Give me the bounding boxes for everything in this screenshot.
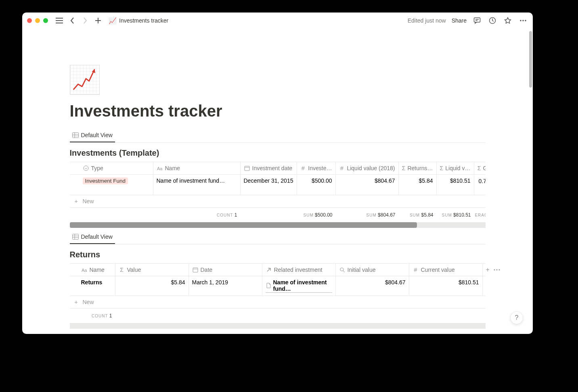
close-window-button[interactable] [27,18,32,23]
formula-icon: Σ [119,267,125,273]
db1-row[interactable]: Investment Fund Name of investment fund…… [70,175,486,195]
svg-point-3 [522,20,524,21]
db2-cell-related[interactable]: Name of investment fund… [262,276,336,296]
topbar: 📈 Investments tracker Edited just now Sh… [22,13,533,29]
db1-new-row[interactable]: + New [70,195,486,208]
maximize-window-button[interactable] [43,18,48,23]
type-tag: Investment Fund [83,177,128,184]
db2-table: Aa Name Σ Value Date Related investment [70,263,486,329]
svg-point-7 [84,166,88,171]
db2-cell-date[interactable]: March 1, 2019 [189,276,262,296]
db2-row[interactable]: Returns $5.84 March 1, 2019 Name of inve… [70,276,486,296]
db1-cell-growth[interactable]: 0.72576335 64% [474,175,486,195]
db1-cell-invested[interactable]: $500.00 [297,175,336,195]
db2-cell-initial[interactable]: $804.67 [336,276,409,296]
breadcrumb-title: Investments tracker [119,17,168,24]
column-more-button[interactable] [494,269,500,271]
db1-cell-liquidv[interactable]: $810.51 [437,175,474,195]
db1-cell-name[interactable]: Name of investment fund… [153,175,241,195]
db2-col-value[interactable]: Σ Value [115,264,189,276]
db1-col-type[interactable]: Type [70,162,153,174]
db1-col-date[interactable]: Investment date [241,162,297,174]
svg-point-16 [498,269,500,271]
select-icon [83,165,89,171]
db2-summary-row: COUNT 1 [70,309,486,323]
svg-text:Aa: Aa [82,268,87,273]
db1-view-tab-default[interactable]: Default View [70,129,115,142]
db1-header-row: Type Aa Name Investment date # Investe… [70,162,486,175]
vertical-scrollbar[interactable] [529,31,532,88]
db1-cell-date[interactable]: December 31, 2015 [241,175,297,195]
db1-summary-liquid[interactable]: SUM $804.67 [336,212,399,218]
db2-col-current[interactable]: # Current value [409,264,483,276]
db1-horizontal-scrollbar[interactable] [70,222,417,228]
db2-col-related[interactable]: Related investment [262,264,336,276]
db2-summary-count[interactable]: COUNT 1 [70,313,115,319]
db1-view-label: Default View [81,132,113,138]
page: Investments tracker Default View Investm… [70,29,486,329]
menu-icon[interactable] [54,16,64,25]
db2-col-date[interactable]: Date [189,264,262,276]
db1-cell-liquid2018[interactable]: $804.67 [336,175,399,195]
db2-col-actions: + [483,264,503,276]
db2-header-row: Aa Name Σ Value Date Related investment [70,263,486,276]
breadcrumb[interactable]: 📈 Investments tracker [109,17,168,25]
window-controls [27,18,48,23]
svg-rect-9 [245,166,249,171]
db2-new-row[interactable]: + New [70,296,486,309]
page-title[interactable]: Investments tracker [70,102,486,120]
help-button[interactable]: ? [510,311,523,324]
db1-summary-liquidv[interactable]: SUM $810.51 [437,212,474,218]
forward-button[interactable] [80,16,90,25]
db2-title[interactable]: Returns [70,250,486,259]
text-icon: Aa [157,165,163,171]
favorite-icon[interactable] [503,16,513,25]
db2-cell-value[interactable]: $5.84 [115,276,189,296]
plus-icon: + [73,299,80,305]
new-page-button[interactable] [93,16,103,25]
updates-icon[interactable] [488,16,497,25]
db1-col-invested[interactable]: # Investe… [297,162,336,174]
chart-emoji-icon: 📈 [109,17,117,25]
back-button[interactable] [67,16,77,25]
db2-col-initial[interactable]: Initial value [336,264,409,276]
svg-rect-6 [72,133,78,138]
share-button[interactable]: Share [452,17,467,24]
db1-summary-count[interactable]: COUNT 1 [70,212,241,218]
page-icon [266,282,271,289]
edited-status: Edited just now [408,17,446,24]
db2-cell-current[interactable]: $810.51 [409,276,483,296]
db2-view-tab-default[interactable]: Default View [70,231,115,244]
db2-col-name[interactable]: Aa Name [70,264,115,276]
db1-summary-returns[interactable]: SUM $5.84 [399,212,437,218]
db2-view-tabs: Default View [70,231,486,244]
page-icon[interactable] [70,65,100,95]
formula-icon: Σ [477,165,481,171]
minimize-window-button[interactable] [35,18,40,23]
svg-rect-12 [193,268,198,272]
db1-col-returns[interactable]: Σ Returns… [399,162,437,174]
db1-col-liquid2018[interactable]: # Liquid value (2018) [336,162,399,174]
calendar-icon [192,267,199,273]
svg-rect-0 [474,18,480,22]
db1-cell-type[interactable]: Investment Fund [70,175,153,195]
formula-icon: Σ [402,165,406,171]
db1-title[interactable]: Investments (Template) [70,148,486,158]
svg-point-4 [525,20,526,21]
more-icon[interactable] [518,16,528,25]
rollup-icon [339,267,346,273]
db1-table: Type Aa Name Investment date # Investe… [70,162,486,228]
db1-col-growth[interactable]: Σ Growth … [474,162,486,174]
number-icon: # [339,165,345,171]
svg-point-14 [494,269,495,271]
svg-rect-10 [72,234,78,240]
db1-cell-returns[interactable]: $5.84 [399,175,437,195]
db1-col-liquidv[interactable]: Σ Liquid v… [437,162,474,174]
svg-point-13 [340,268,343,271]
add-column-button[interactable]: + [486,266,490,273]
db1-col-name[interactable]: Aa Name [153,162,241,174]
db1-summary-growth[interactable]: ERAGE 0.726% [474,212,486,218]
comments-icon[interactable] [472,16,482,25]
db1-summary-invested[interactable]: SUM $500.00 [241,212,336,218]
db2-cell-name[interactable]: Returns [70,276,115,296]
